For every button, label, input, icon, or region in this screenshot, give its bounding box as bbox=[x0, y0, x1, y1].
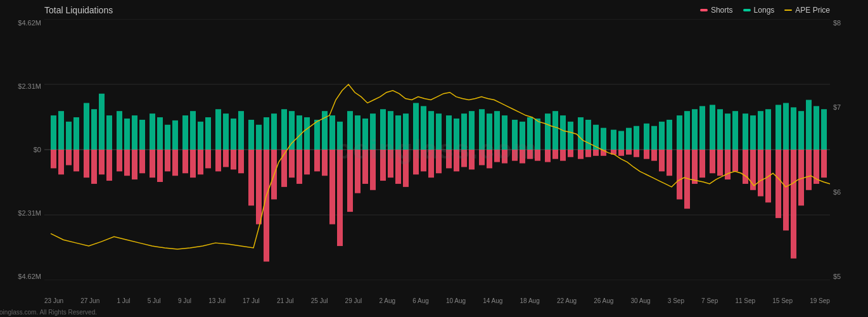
y-right-mid: $6 bbox=[833, 188, 865, 196]
svg-rect-90 bbox=[750, 115, 756, 150]
svg-rect-121 bbox=[223, 150, 229, 167]
x-label: 13 Jul bbox=[208, 297, 226, 304]
svg-rect-5 bbox=[51, 115, 56, 150]
svg-rect-97 bbox=[806, 100, 812, 150]
y-label-bottom: $4.62M bbox=[3, 273, 41, 280]
svg-rect-29 bbox=[248, 120, 254, 150]
svg-rect-18 bbox=[157, 117, 163, 150]
svg-rect-72 bbox=[601, 128, 606, 150]
svg-rect-150 bbox=[461, 150, 467, 167]
y-axis-left: $4.62M $2.31M $0 $2.31M $4.62M bbox=[3, 19, 41, 280]
svg-rect-166 bbox=[593, 150, 599, 156]
svg-rect-53 bbox=[446, 115, 452, 150]
svg-rect-192 bbox=[806, 150, 812, 190]
svg-rect-16 bbox=[139, 120, 145, 150]
y-label-lower: $2.31M bbox=[3, 209, 41, 217]
y-label-upper: $2.31M bbox=[3, 82, 41, 90]
longs-label: Longs bbox=[754, 6, 775, 15]
svg-rect-130 bbox=[297, 150, 302, 184]
svg-rect-40 bbox=[337, 122, 343, 150]
svg-rect-164 bbox=[578, 150, 584, 159]
svg-rect-148 bbox=[446, 150, 452, 168]
longs-color bbox=[743, 9, 751, 11]
y-right-bottom: $5 bbox=[833, 273, 865, 280]
chart-container: Total Liquidations Shorts Longs APE Pric… bbox=[0, 0, 868, 317]
svg-rect-157 bbox=[520, 150, 525, 164]
svg-rect-123 bbox=[238, 150, 244, 173]
x-label: 30 Aug bbox=[631, 297, 651, 304]
svg-rect-122 bbox=[231, 150, 236, 169]
svg-rect-147 bbox=[436, 150, 442, 173]
x-label: 22 Aug bbox=[557, 297, 577, 304]
copyright: © 2022 www.coinglass.com. All Rights Res… bbox=[0, 309, 97, 316]
svg-rect-64 bbox=[535, 119, 540, 150]
svg-rect-54 bbox=[454, 119, 459, 150]
svg-rect-175 bbox=[667, 150, 672, 176]
svg-rect-154 bbox=[494, 150, 500, 162]
svg-rect-172 bbox=[644, 150, 649, 159]
svg-rect-114 bbox=[165, 150, 170, 171]
svg-rect-59 bbox=[494, 111, 500, 150]
svg-rect-174 bbox=[659, 150, 665, 171]
svg-rect-170 bbox=[626, 150, 632, 155]
svg-rect-69 bbox=[578, 117, 584, 150]
svg-rect-89 bbox=[743, 113, 748, 150]
svg-rect-87 bbox=[725, 113, 731, 150]
svg-rect-112 bbox=[150, 150, 155, 178]
svg-rect-100 bbox=[51, 150, 56, 168]
x-label: 14 Aug bbox=[483, 297, 502, 304]
svg-rect-49 bbox=[413, 103, 419, 150]
chart-title: Total Liquidations bbox=[44, 5, 113, 15]
x-label: 2 Aug bbox=[379, 297, 395, 304]
x-label: 7 Sep bbox=[701, 297, 718, 304]
x-label: 27 Jun bbox=[80, 297, 99, 304]
svg-rect-73 bbox=[611, 130, 616, 150]
legend-longs: Longs bbox=[743, 6, 775, 15]
svg-rect-116 bbox=[182, 150, 188, 173]
svg-rect-79 bbox=[659, 122, 665, 150]
svg-rect-14 bbox=[124, 119, 130, 150]
svg-rect-44 bbox=[370, 113, 376, 150]
svg-rect-48 bbox=[403, 113, 409, 150]
svg-rect-131 bbox=[304, 150, 310, 174]
svg-rect-125 bbox=[256, 150, 262, 224]
svg-rect-7 bbox=[66, 122, 72, 150]
svg-rect-41 bbox=[347, 111, 353, 150]
svg-rect-68 bbox=[568, 122, 573, 150]
svg-rect-57 bbox=[479, 109, 485, 150]
svg-rect-143 bbox=[403, 150, 409, 187]
x-label: 26 Aug bbox=[594, 297, 613, 304]
svg-rect-179 bbox=[699, 150, 705, 178]
svg-rect-74 bbox=[618, 131, 624, 150]
svg-rect-30 bbox=[256, 125, 262, 150]
svg-rect-80 bbox=[667, 120, 672, 150]
svg-rect-46 bbox=[388, 111, 393, 150]
svg-rect-132 bbox=[314, 150, 320, 171]
svg-rect-190 bbox=[791, 150, 796, 259]
svg-rect-25 bbox=[215, 109, 221, 150]
svg-rect-178 bbox=[692, 150, 698, 184]
svg-rect-141 bbox=[388, 150, 393, 178]
svg-rect-81 bbox=[677, 115, 682, 150]
svg-rect-152 bbox=[479, 150, 485, 165]
svg-rect-10 bbox=[91, 109, 97, 150]
svg-rect-42 bbox=[355, 115, 361, 150]
svg-rect-91 bbox=[758, 111, 763, 150]
svg-rect-88 bbox=[732, 111, 738, 150]
svg-rect-119 bbox=[205, 150, 211, 168]
svg-rect-181 bbox=[717, 150, 723, 176]
svg-rect-22 bbox=[190, 111, 196, 150]
svg-rect-153 bbox=[487, 150, 492, 168]
svg-rect-34 bbox=[289, 111, 295, 150]
ape-color bbox=[784, 10, 792, 11]
svg-rect-75 bbox=[626, 128, 632, 150]
svg-rect-84 bbox=[699, 106, 705, 150]
svg-rect-61 bbox=[512, 120, 518, 150]
svg-rect-47 bbox=[395, 115, 401, 150]
svg-rect-39 bbox=[329, 115, 335, 150]
x-label: 17 Jul bbox=[243, 297, 260, 304]
svg-rect-146 bbox=[428, 150, 434, 178]
svg-rect-51 bbox=[428, 111, 434, 150]
svg-rect-128 bbox=[281, 150, 287, 187]
svg-rect-169 bbox=[618, 150, 624, 156]
